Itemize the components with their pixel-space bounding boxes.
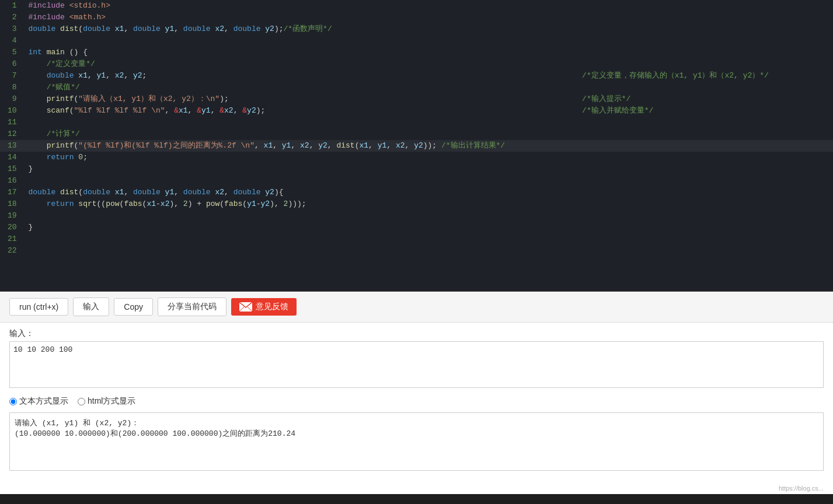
line-content: #include <stdio.h> <box>23 0 570 12</box>
code-line-17: 17 double dist(double x1, double y1, dou… <box>0 187 833 198</box>
line-comment <box>570 0 833 12</box>
email-icon <box>239 302 252 312</box>
feedback-button[interactable]: 意见反馈 <box>231 298 297 316</box>
toolbar: run (ctrl+x) 输入 Copy 分享当前代码 意见反馈 <box>0 292 833 323</box>
radio-text-label: 文本方式显示 <box>19 396 68 407</box>
input-button[interactable]: 输入 <box>73 298 109 316</box>
code-editor[interactable]: 1 #include <stdio.h> 2 #include <math.h>… <box>0 0 833 292</box>
input-textarea[interactable]: 10 10 200 100 <box>9 341 824 388</box>
code-line-20: 20 } <box>0 222 833 233</box>
code-line-10: 10 scanf("%lf %lf %lf %lf \n", &x1, &y1,… <box>0 105 833 117</box>
run-button[interactable]: run (ctrl+x) <box>9 298 68 316</box>
code-line-6: 6 /*定义变量*/ <box>0 58 833 70</box>
code-line-21: 21 <box>0 233 833 245</box>
feedback-label: 意见反馈 <box>256 302 288 312</box>
code-line-5: 5 int main () { <box>0 47 833 58</box>
line-num: 1 <box>0 0 23 12</box>
copy-button[interactable]: Copy <box>114 298 153 316</box>
radio-text-mode[interactable]: 文本方式显示 <box>9 396 68 407</box>
code-line-4: 4 <box>0 35 833 47</box>
code-line-11: 11 <box>0 117 833 128</box>
code-line-8: 8 /*赋值*/ <box>0 82 833 93</box>
code-line-1: 1 #include <stdio.h> <box>0 0 833 12</box>
output-section: 请输入 (x1, y1) 和 (x2, y2)： (10.000000 10.0… <box>0 412 833 482</box>
code-line-9: 9 printf("请输入（x1, y1）和（x2, y2）：\n"); /*输… <box>0 93 833 105</box>
code-line-15: 15 } <box>0 163 833 175</box>
code-line-22: 22 <box>0 245 833 257</box>
radio-html-mode[interactable]: html方式显示 <box>78 396 135 407</box>
code-line-2: 2 #include <math.h> <box>0 12 833 23</box>
radio-html-label: html方式显示 <box>88 396 135 407</box>
code-line-12: 12 /*计算*/ <box>0 128 833 140</box>
code-line-18: 18 return sqrt((pow(fabs(x1-x2), 2) + po… <box>0 198 833 210</box>
input-label: 输入： <box>9 328 824 339</box>
output-textarea[interactable]: 请输入 (x1, y1) 和 (x2, y2)： (10.000000 10.0… <box>9 412 824 471</box>
share-button[interactable]: 分享当前代码 <box>158 298 226 316</box>
code-line-3: 3 double dist(double x1, double y1, doub… <box>0 23 833 35</box>
code-line-16: 16 <box>0 175 833 187</box>
code-line-14: 14 return 0; <box>0 152 833 163</box>
input-section: 输入： 10 10 200 100 <box>0 323 833 390</box>
radio-text-input[interactable] <box>9 398 17 405</box>
watermark: https://blog.cs... <box>0 482 833 494</box>
radio-section: 文本方式显示 html方式显示 <box>0 390 833 412</box>
code-line-7: 7 double x1, y1, x2, y2; /*定义变量，存储输入的（x1… <box>0 70 833 82</box>
radio-html-input[interactable] <box>78 398 85 405</box>
code-line-19: 19 <box>0 210 833 222</box>
code-line-13: 13 printf("(%lf %lf)和(%lf %lf)之间的距离为%.2f… <box>0 140 833 152</box>
